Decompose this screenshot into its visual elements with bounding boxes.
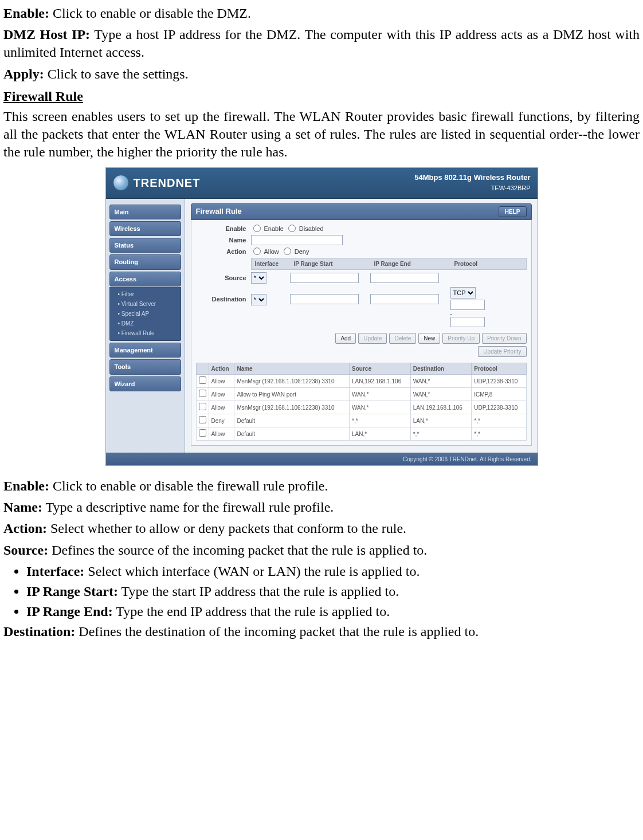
doc-dmz-host-ip: DMZ Host IP: Type a host IP address for …	[3, 26, 640, 61]
button-row-2: Update Priority	[196, 346, 527, 359]
priority-down-button[interactable]: Priority Down	[482, 333, 526, 344]
row-checkbox[interactable]	[199, 416, 206, 423]
th-name: Name	[234, 363, 350, 375]
destination-label: Destination	[196, 287, 251, 303]
subnav-filter[interactable]: Filter	[115, 289, 178, 299]
bullet-ip-start: IP Range Start: Type the start IP addres…	[26, 583, 640, 600]
th-protocol: Protocol	[472, 363, 526, 375]
label: Interface:	[26, 564, 84, 579]
nav-management[interactable]: Management	[109, 343, 181, 358]
nav-wireless[interactable]: Wireless	[109, 221, 181, 236]
dest-interface-select[interactable]: *	[251, 294, 266, 305]
source-ip-end[interactable]	[370, 273, 439, 283]
cell-name: Allow to Ping WAN port	[234, 388, 350, 401]
cell-destination: *,*	[410, 427, 472, 441]
nav-wizard[interactable]: Wizard	[109, 376, 181, 391]
doc-enable-dmz: Enable: Click to enable or disable the D…	[3, 5, 640, 22]
help-button[interactable]: HELP	[499, 206, 527, 217]
subnav-firewall-rule[interactable]: Firewall Rule	[115, 328, 178, 338]
th-action: Action	[209, 363, 234, 375]
source-ip-start[interactable]	[290, 273, 359, 283]
cell-action: Allow	[209, 427, 234, 441]
cell-action: Allow	[209, 375, 234, 388]
cell-source: WAN,*	[350, 401, 411, 414]
text: Click to save the settings.	[44, 66, 189, 81]
radio-disabled[interactable]	[288, 225, 296, 232]
label: Action:	[3, 521, 47, 536]
delete-button[interactable]: Delete	[389, 333, 416, 344]
cell-destination: LAN,192.168.1.106	[410, 401, 472, 414]
cell-destination: WAN,*	[410, 388, 472, 401]
table-row: Deny Default *,* LAN,* *,*	[196, 414, 526, 427]
th-destination: Destination	[410, 363, 472, 375]
row-checkbox[interactable]	[199, 429, 206, 437]
radio-deny[interactable]	[284, 248, 291, 255]
update-priority-button[interactable]: Update Priority	[478, 346, 526, 357]
label: Destination:	[3, 624, 75, 639]
table-row: Allow MsnMsgr (192.168.1.106:12238) 3310…	[196, 401, 526, 414]
nav-status[interactable]: Status	[109, 238, 181, 253]
nav-main[interactable]: Main	[109, 205, 181, 219]
label: Name:	[3, 500, 42, 515]
doc-destination: Destination: Defines the destination of …	[3, 623, 640, 641]
nav-tools[interactable]: Tools	[109, 359, 181, 374]
content-area: Firewall Rule HELP Enable Enable Disable…	[185, 199, 538, 453]
bullet-list: Interface: Select which interface (WAN o…	[3, 563, 640, 621]
cell-name: MsnMsgr (192.168.1.106:12238) 3310	[234, 375, 350, 388]
radio-allow[interactable]	[253, 248, 261, 255]
dest-ip-start[interactable]	[290, 294, 359, 304]
text: Defines the destination of the incoming …	[75, 624, 479, 639]
radio-deny-label: Deny	[295, 248, 309, 256]
dest-protocol-select[interactable]: TCP	[450, 287, 476, 299]
row-checkbox[interactable]	[199, 376, 206, 384]
text: Type a host IP address for the DMZ. The …	[3, 27, 640, 60]
cell-name: Default	[234, 427, 350, 441]
destination-row: Destination * TCP -	[196, 285, 527, 329]
range-header: Interface IP Range Start IP Range End Pr…	[251, 258, 527, 270]
cell-source: LAN,*	[350, 427, 411, 441]
cell-name: Default	[234, 414, 350, 427]
col-protocol: Protocol	[451, 258, 526, 269]
radio-enable[interactable]	[253, 225, 261, 232]
cell-action: Deny	[209, 414, 234, 427]
radio-disabled-label: Disabled	[299, 225, 324, 233]
table-row: Allow Default LAN,* *,* *,*	[196, 427, 526, 441]
action-label: Action	[196, 248, 251, 256]
name-label: Name	[196, 236, 251, 244]
cell-source: WAN,*	[350, 388, 411, 401]
add-button[interactable]: Add	[335, 333, 356, 344]
brand-logo: TRENDNET	[113, 175, 201, 191]
label: IP Range Start:	[26, 584, 118, 599]
subnav-special-ap[interactable]: Special AP	[115, 309, 178, 319]
nav-access[interactable]: Access	[109, 272, 181, 286]
name-input[interactable]	[251, 235, 343, 245]
subnav-virtual-server[interactable]: Virtual Server	[115, 299, 178, 309]
row-checkbox[interactable]	[199, 403, 206, 410]
text: Click to enable or disable the firewall …	[49, 478, 328, 493]
row-checkbox[interactable]	[199, 390, 206, 397]
label: Apply:	[3, 66, 44, 81]
button-row: Add Update Delete New Priority Up Priori…	[196, 329, 527, 346]
source-label: Source	[196, 274, 251, 282]
cell-protocol: *,*	[472, 427, 526, 441]
cell-action: Allow	[209, 388, 234, 401]
dest-ip-end[interactable]	[370, 294, 439, 304]
table-row: Allow Allow to Ping WAN port WAN,* WAN,*…	[196, 388, 526, 401]
dest-port-end[interactable]	[450, 317, 485, 327]
cell-name: MsnMsgr (192.168.1.106:12238) 3310	[234, 401, 350, 414]
new-button[interactable]: New	[418, 333, 440, 344]
subnav-access: Filter Virtual Server Special AP DMZ Fir…	[109, 287, 181, 341]
priority-up-button[interactable]: Priority Up	[442, 333, 480, 344]
radio-allow-label: Allow	[264, 248, 279, 256]
table-row: Allow MsnMsgr (192.168.1.106:12238) 3310…	[196, 375, 526, 388]
nav-routing[interactable]: Routing	[109, 254, 181, 269]
dest-port-start[interactable]	[450, 300, 485, 310]
cell-source: *,*	[350, 414, 411, 427]
subnav-dmz[interactable]: DMZ	[115, 319, 178, 328]
router-header: TRENDNET 54Mbps 802.11g Wireless Router …	[106, 168, 538, 199]
text: Select which interface (WAN or LAN) the …	[84, 564, 419, 579]
source-interface-select[interactable]: *	[251, 272, 266, 284]
update-button[interactable]: Update	[358, 333, 387, 344]
cell-action: Allow	[209, 401, 234, 414]
cell-protocol: *,*	[472, 414, 526, 427]
